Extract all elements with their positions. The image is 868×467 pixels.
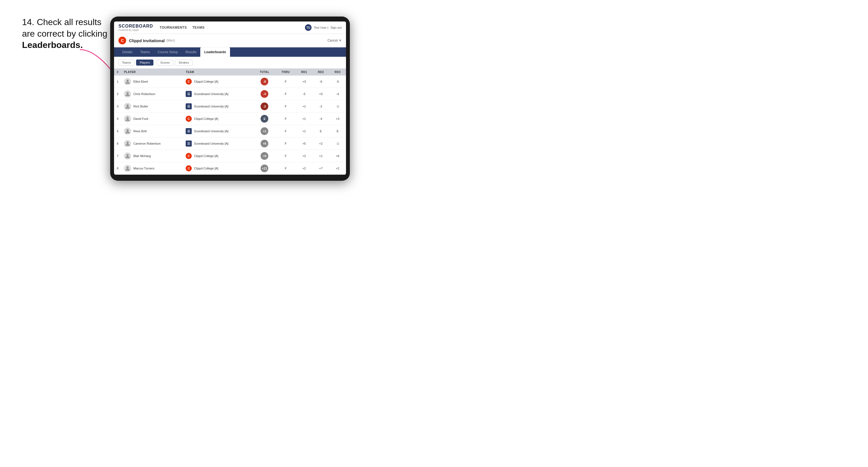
player-cell: Rich Butler — [121, 100, 183, 113]
team-logo-scoreboard: ☰ — [186, 141, 192, 147]
rd1-cell: +2 — [296, 162, 313, 175]
instruction-text: 14. Check all results are correct by cli… — [22, 17, 110, 51]
tab-leaderboards[interactable]: Leaderboards — [200, 48, 230, 57]
sign-out-link[interactable]: Sign out — [331, 26, 342, 29]
rd2-cell: -4 — [312, 113, 329, 125]
team-name: Scoreboard University [A] — [194, 142, 228, 145]
player-name: Chris Robertson — [133, 92, 155, 96]
player-cell: Marcus Turners — [121, 162, 183, 175]
score-badge: -8 — [260, 78, 268, 85]
score-badge: E — [260, 115, 268, 123]
col-rd1: RD1 — [296, 69, 313, 75]
thru-cell: F — [276, 113, 296, 125]
score-badge: +1 — [260, 127, 268, 135]
table-row: 5 Rees Britt ☰ Scoreboard University [A]… — [114, 125, 346, 137]
total-cell: -8 — [253, 75, 276, 88]
nav-link-teams[interactable]: TEAMS — [192, 25, 205, 31]
thru-cell: F — [276, 100, 296, 113]
user-label: Test User | — [314, 26, 328, 29]
team-logo-clippd: C — [186, 79, 192, 85]
nav-links: TOURNAMENTS TEAMS — [160, 25, 305, 31]
player-cell: Blair McHarg — [121, 150, 183, 162]
total-cell: -2 — [253, 100, 276, 113]
col-rd2: RD2 — [312, 69, 329, 75]
tournament-name: Clippd Invitational — [129, 38, 165, 43]
tablet-device: SCOREBOARD Powered by clippd TOURNAMENTS… — [110, 17, 846, 181]
score-badge: +9 — [260, 152, 268, 160]
thru-cell: F — [276, 88, 296, 100]
filter-players[interactable]: Players — [136, 60, 153, 66]
table-row: 7 Blair McHarg C Clippd College [A] +9 F… — [114, 150, 346, 162]
rd2-cell: +7 — [312, 162, 329, 175]
player-avatar — [124, 115, 131, 122]
col-team: TEAM — [183, 69, 253, 75]
filter-strokes[interactable]: Strokes — [175, 60, 192, 66]
table-row: 4 David Ford C Clippd College [A] E F +1… — [114, 113, 346, 125]
team-logo-clippd: C — [186, 116, 192, 122]
total-cell: +9 — [253, 150, 276, 162]
tournament-icon: C — [119, 37, 126, 44]
rd2-cell: +5 — [312, 88, 329, 100]
instruction-panel: 14. Check all results are correct by cli… — [22, 17, 110, 57]
team-name: Clippd College [A] — [194, 80, 218, 83]
filter-row: Teams Players Scores Strokes — [114, 57, 346, 69]
svg-point-2 — [126, 92, 129, 94]
team-cell: C Clippd College [A] — [183, 113, 253, 125]
team-name: Scoreboard University [A] — [194, 92, 228, 96]
rd3-cell: -5 — [329, 75, 346, 88]
svg-point-6 — [126, 142, 129, 144]
tab-course-setup[interactable]: Course Setup — [154, 48, 182, 57]
team-logo-clippd: C — [186, 153, 192, 159]
team-name: Scoreboard University [A] — [194, 129, 228, 133]
tab-results[interactable]: Results — [182, 48, 200, 57]
team-logo-scoreboard: ☰ — [186, 91, 192, 97]
team-cell: C Clippd College [A] — [183, 162, 253, 175]
table-body: 1 Elliot Ebert C Clippd College [A] -8 F… — [114, 75, 346, 175]
rd3-cell: +3 — [329, 113, 346, 125]
rank-cell: 5 — [114, 125, 121, 137]
filter-scores[interactable]: Scores — [157, 60, 173, 66]
team-cell: ☰ Scoreboard University [A] — [183, 125, 253, 137]
total-cell: +11 — [253, 162, 276, 175]
tab-teams[interactable]: Teams — [136, 48, 154, 57]
table-row: 8 Marcus Turners C Clippd College [A] +1… — [114, 162, 346, 175]
tab-details[interactable]: Details — [119, 48, 136, 57]
filter-teams[interactable]: Teams — [119, 60, 134, 66]
table-header: # PLAYER TEAM TOTAL THRU RD1 RD2 RD3 — [114, 69, 346, 75]
svg-point-4 — [126, 117, 129, 119]
nav-link-tournaments[interactable]: TOURNAMENTS — [160, 25, 187, 31]
player-cell: Cameron Robertson — [121, 137, 183, 150]
team-name: Clippd College [A] — [194, 117, 218, 120]
rank-cell: 6 — [114, 137, 121, 150]
thru-cell: F — [276, 150, 296, 162]
rank-cell: 7 — [114, 150, 121, 162]
thru-cell: F — [276, 125, 296, 137]
rd2-cell: +2 — [312, 137, 329, 150]
tournament-type: (Men) — [166, 38, 175, 42]
player-name: Rich Butler — [133, 105, 148, 108]
instruction-line2: are correct by clicking — [22, 29, 107, 38]
player-avatar — [124, 128, 131, 135]
rd3-cell: E — [329, 125, 346, 137]
cancel-button[interactable]: Cancel ✕ — [328, 38, 342, 42]
player-name: Marcus Turners — [133, 167, 154, 170]
svg-point-5 — [126, 129, 129, 131]
team-cell: ☰ Scoreboard University [A] — [183, 88, 253, 100]
rd3-cell: -4 — [329, 88, 346, 100]
logo-area: SCOREBOARD Powered by clippd — [119, 24, 153, 31]
team-cell: ☰ Scoreboard University [A] — [183, 137, 253, 150]
nav-right: TU Test User | Sign out — [305, 24, 342, 31]
col-rd3: RD3 — [329, 69, 346, 75]
player-cell: David Ford — [121, 113, 183, 125]
rd3-cell: +6 — [329, 150, 346, 162]
rank-cell: 4 — [114, 113, 121, 125]
thru-cell: F — [276, 75, 296, 88]
player-name: Rees Britt — [133, 129, 147, 133]
svg-point-7 — [126, 154, 129, 156]
rd3-cell: -1 — [329, 100, 346, 113]
player-avatar — [124, 90, 131, 97]
score-badge: +11 — [260, 164, 268, 172]
user-avatar: TU — [305, 24, 312, 31]
rd2-cell: -2 — [312, 100, 329, 113]
thru-cell: F — [276, 137, 296, 150]
